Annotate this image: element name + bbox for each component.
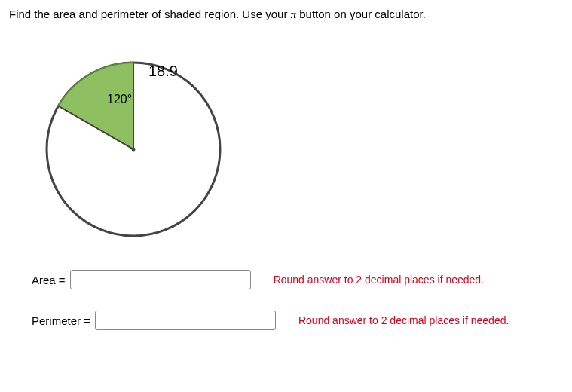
- area-input[interactable]: [70, 270, 251, 289]
- question-text: Find the area and perimeter of shaded re…: [9, 8, 563, 21]
- perimeter-input[interactable]: [95, 311, 276, 330]
- perimeter-row: Perimeter = Round answer to 2 decimal pl…: [32, 311, 563, 330]
- circle-sector-svg: [35, 51, 231, 247]
- angle-label: 120°: [107, 93, 132, 106]
- perimeter-label: Perimeter =: [32, 314, 90, 327]
- question-prefix: Find the area and perimeter of shaded re…: [9, 8, 291, 20]
- area-label: Area =: [32, 274, 66, 286]
- radius-label: 18.9: [148, 63, 178, 80]
- answer-section: Area = Round answer to 2 decimal places …: [32, 270, 563, 330]
- perimeter-hint: Round answer to 2 decimal places if need…: [298, 314, 509, 326]
- sector-diagram: 18.9 120°: [35, 51, 563, 247]
- pi-symbol: π: [291, 8, 297, 20]
- question-suffix: button on your calculator.: [296, 8, 426, 20]
- area-hint: Round answer to 2 decimal places if need…: [274, 274, 484, 286]
- center-dot: [132, 148, 136, 152]
- area-row: Area = Round answer to 2 decimal places …: [32, 270, 563, 289]
